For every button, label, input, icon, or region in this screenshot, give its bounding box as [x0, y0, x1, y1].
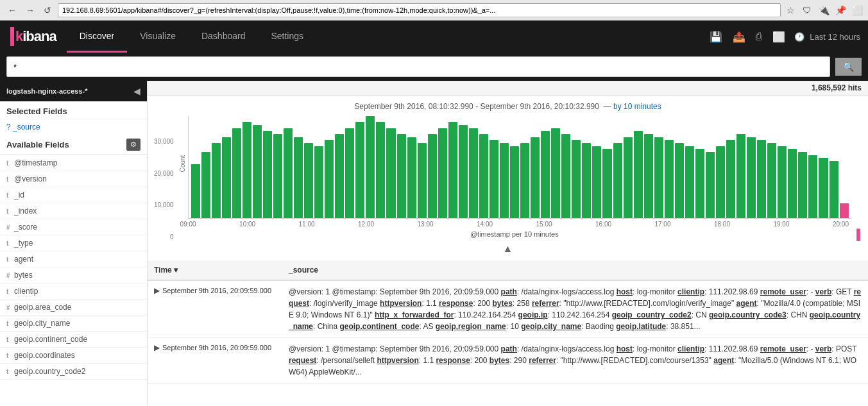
chart-bar-15[interactable]	[345, 128, 354, 218]
chart-bar-14[interactable]	[335, 134, 344, 218]
chart-bar-23[interactable]	[428, 134, 437, 218]
chart-bar-54[interactable]	[747, 137, 756, 218]
nav-dashboard[interactable]: Dashboard	[189, 21, 259, 53]
chart-bar-0[interactable]	[191, 164, 200, 218]
chart-bar-44[interactable]	[644, 134, 653, 218]
shield-icon[interactable]: 🛡	[801, 4, 813, 16]
chart-bar-26[interactable]	[459, 125, 468, 218]
chart-bar-29[interactable]	[489, 140, 498, 218]
field-geoip-continent-code[interactable]: t geoip.continent_code	[0, 332, 147, 348]
field-bytes[interactable]: # bytes	[0, 267, 147, 283]
field-type[interactable]: t _type	[0, 235, 147, 251]
chart-bar-35[interactable]	[551, 128, 560, 218]
chart-bar-19[interactable]	[386, 128, 395, 218]
chart-bar-60[interactable]	[808, 155, 817, 218]
chart-bar-24[interactable]	[438, 128, 447, 218]
open-tab-icon[interactable]: ⬜	[851, 4, 863, 16]
chart-bar-63[interactable]	[840, 203, 849, 218]
collapse-chart-button[interactable]: ▲	[154, 241, 862, 257]
chart-bar-12[interactable]	[314, 146, 323, 218]
fields-settings-button[interactable]: ⚙	[126, 139, 140, 151]
chart-bar-48[interactable]	[685, 146, 694, 218]
chart-bar-17[interactable]	[366, 116, 375, 218]
chart-bar-3[interactable]	[222, 137, 231, 218]
chart-bar-18[interactable]	[376, 122, 385, 218]
chart-bar-61[interactable]	[819, 158, 828, 218]
chart-bar-40[interactable]	[602, 149, 611, 218]
field-agent[interactable]: t agent	[0, 251, 147, 267]
search-button[interactable]: 🔍	[835, 58, 862, 76]
nav-visualize[interactable]: Visualize	[127, 21, 189, 53]
chart-bar-33[interactable]	[531, 137, 540, 218]
chart-right-handle[interactable]: ▐	[851, 229, 862, 241]
chart-bar-38[interactable]	[582, 143, 591, 218]
search-input[interactable]	[6, 56, 830, 77]
chart-bar-6[interactable]	[253, 125, 262, 218]
col-header-time[interactable]: Time ▾	[148, 260, 282, 280]
sidebar-collapse-button[interactable]: ◀	[133, 86, 140, 96]
chart-bar-43[interactable]	[634, 131, 643, 218]
nav-discover[interactable]: Discover	[67, 21, 127, 53]
chart-bar-52[interactable]	[726, 140, 735, 218]
chart-bar-58[interactable]	[788, 149, 797, 218]
chart-bar-8[interactable]	[273, 134, 282, 218]
save-button[interactable]: 💾	[706, 28, 726, 46]
field-score[interactable]: # _score	[0, 219, 147, 235]
chart-bar-62[interactable]	[830, 161, 838, 218]
bookmark-icon[interactable]: ☆	[785, 4, 796, 16]
chart-bar-41[interactable]	[613, 143, 622, 218]
field-index[interactable]: t _index	[0, 203, 147, 219]
extension2-icon[interactable]: 📌	[835, 4, 846, 16]
chart-bar-30[interactable]	[500, 143, 509, 218]
chart-bar-42[interactable]	[624, 137, 633, 218]
chart-bar-50[interactable]	[706, 152, 715, 218]
chart-bar-7[interactable]	[263, 131, 272, 218]
chart-bar-37[interactable]	[572, 140, 581, 218]
chart-bar-36[interactable]	[561, 134, 570, 218]
chart-bar-22[interactable]	[418, 143, 427, 218]
chart-bar-9[interactable]	[284, 128, 293, 218]
chart-bar-27[interactable]	[469, 128, 478, 218]
chart-bar-13[interactable]	[325, 140, 334, 218]
chart-bar-53[interactable]	[736, 134, 745, 218]
chart-bar-56[interactable]	[767, 143, 776, 218]
chart-bar-21[interactable]	[407, 137, 416, 218]
chart-bar-5[interactable]	[243, 122, 251, 218]
open-button[interactable]: ⬜	[769, 28, 789, 46]
field-version[interactable]: t @version	[0, 171, 147, 187]
chart-bar-55[interactable]	[757, 140, 766, 218]
settings-button[interactable]: ⎙	[752, 28, 766, 46]
share-button[interactable]: 📤	[729, 28, 749, 46]
field-geoip-city-name[interactable]: t geoip.city_name	[0, 316, 147, 332]
chart-bars[interactable]	[188, 116, 851, 219]
nav-settings[interactable]: Settings	[258, 21, 316, 53]
chart-bar-28[interactable]	[479, 134, 488, 218]
chart-bar-10[interactable]	[294, 137, 303, 218]
row-expand-btn[interactable]: ▶	[154, 286, 160, 295]
url-bar[interactable]	[58, 3, 781, 17]
field-clientip[interactable]: t clientip	[0, 283, 147, 300]
field-geoip-coordinates[interactable]: t geoip.coordinates	[0, 348, 147, 364]
field-id[interactable]: t _id	[0, 187, 147, 203]
extension1-icon[interactable]: 🔌	[818, 4, 830, 16]
back-button[interactable]: ←	[5, 4, 19, 17]
chart-bar-57[interactable]	[778, 146, 787, 218]
chart-bar-31[interactable]	[510, 146, 519, 218]
chart-bar-59[interactable]	[798, 152, 807, 218]
chart-bar-45[interactable]	[654, 137, 663, 218]
row-expand-btn[interactable]: ▶	[154, 343, 160, 352]
chart-bar-39[interactable]	[592, 146, 601, 218]
field-geoip-area-code[interactable]: # geoip.area_code	[0, 300, 147, 316]
chart-bar-47[interactable]	[675, 143, 684, 218]
reload-button[interactable]: ↺	[41, 4, 54, 17]
chart-bar-34[interactable]	[541, 131, 550, 218]
chart-bar-49[interactable]	[695, 149, 704, 218]
time-range-link[interactable]: by 10 minutes	[613, 102, 661, 111]
source-link[interactable]: ? _source	[0, 119, 147, 135]
chart-bar-11[interactable]	[304, 143, 313, 218]
chart-bar-32[interactable]	[520, 143, 529, 218]
chart-bar-51[interactable]	[716, 146, 725, 218]
field-geoip-country-code2[interactable]: t geoip.country_code2	[0, 364, 147, 380]
chart-bar-4[interactable]	[232, 128, 241, 218]
chart-bar-25[interactable]	[448, 122, 457, 218]
